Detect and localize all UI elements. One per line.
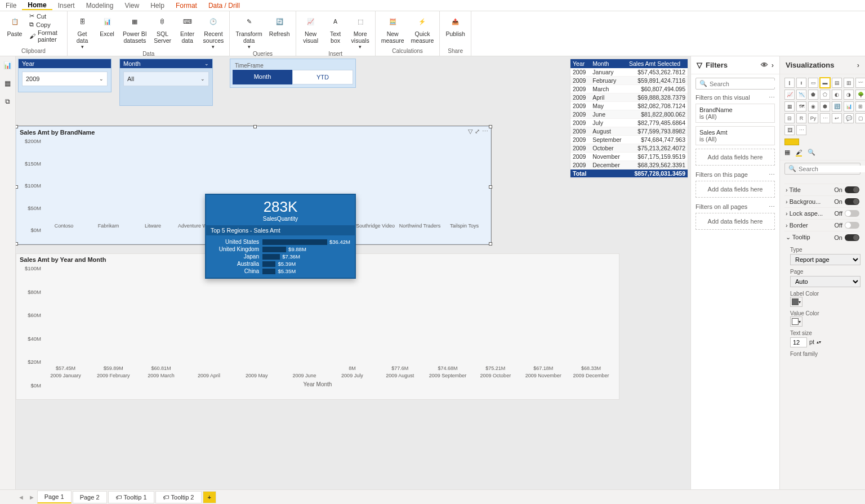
get-data-button[interactable]: 🗄Get data▾	[70, 12, 95, 51]
group-queries: Queries	[232, 51, 293, 56]
menu-format[interactable]: Format	[170, 2, 203, 10]
copy-button[interactable]: ⧉ Copy	[29, 21, 65, 28]
menu-help[interactable]: Help	[145, 2, 170, 10]
group-data: Data	[70, 51, 227, 56]
menu-home[interactable]: Home	[22, 1, 52, 10]
new-visual-button[interactable]: 📈New visual	[298, 12, 323, 45]
group-calculations: Calculations	[378, 48, 438, 55]
menu-data-drill[interactable]: Data / Drill	[203, 2, 246, 10]
format-painter-button[interactable]: 🖌 Format painter	[29, 29, 65, 43]
publish-button[interactable]: 📤Publish	[442, 12, 468, 38]
menu-insert[interactable]: Insert	[52, 2, 81, 10]
cut-button[interactable]: ✂ Cut	[29, 12, 65, 20]
new-measure-button[interactable]: 🧮New measure	[378, 12, 408, 45]
ribbon: 📋Paste ✂ Cut ⧉ Copy 🖌 Format painter Cli…	[0, 11, 865, 56]
paste-button[interactable]: 📋Paste	[2, 12, 27, 38]
transform-data-button[interactable]: ✎Transform data▾	[232, 12, 265, 51]
refresh-button[interactable]: 🔄Refresh	[266, 12, 293, 38]
text-box-button[interactable]: AText box	[323, 12, 348, 45]
enter-data-button[interactable]: ⌨Enter data	[175, 12, 200, 45]
menu-bar: File Home Insert Modeling View Help Form…	[0, 0, 865, 11]
menu-file[interactable]: File	[0, 2, 22, 10]
menu-view[interactable]: View	[119, 2, 145, 10]
recent-sources-button[interactable]: 🕑Recent sources▾	[200, 12, 228, 51]
more-visuals-button[interactable]: ⬚More visuals▾	[348, 12, 373, 51]
pbi-datasets-button[interactable]: ▦Power BI datasets	[119, 12, 150, 45]
group-insert: Insert	[298, 51, 373, 56]
menu-modeling[interactable]: Modeling	[81, 2, 119, 10]
quick-measure-button[interactable]: ⚡Quick measure	[408, 12, 438, 45]
group-clipboard: Clipboard	[2, 48, 65, 55]
excel-button[interactable]: 📊Excel	[95, 12, 119, 38]
group-share: Share	[442, 48, 468, 55]
sql-server-button[interactable]: 🛢SQL Server	[150, 12, 175, 45]
